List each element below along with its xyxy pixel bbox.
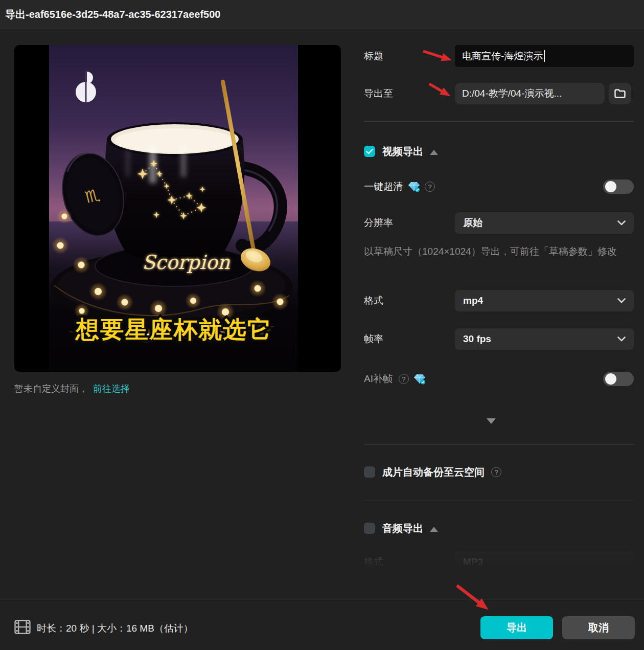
hd-label: 一键超清 bbox=[364, 180, 403, 193]
divider bbox=[364, 444, 634, 445]
title-input-value: 电商宣传-海煌演示 bbox=[462, 50, 543, 63]
ai-interpolation-label: AI补帧 bbox=[364, 372, 393, 386]
choose-cover-link[interactable]: 前往选择 bbox=[93, 384, 130, 394]
mug-brand-text: Scorpion bbox=[142, 251, 231, 274]
audio-export-label: 音频导出 bbox=[382, 522, 423, 535]
fps-dropdown[interactable]: 30 fps bbox=[455, 328, 634, 350]
divider bbox=[364, 501, 634, 501]
export-path-input[interactable]: D:/04-教学/04-演示视... bbox=[455, 83, 605, 104]
annotation-arrow-export bbox=[452, 581, 501, 618]
window-title: 导出-eaf6516e-3d25-48a7-ac35-62317aeef500 bbox=[5, 8, 220, 21]
video-export-checkbox[interactable] bbox=[364, 146, 375, 157]
chevron-down-icon bbox=[617, 220, 626, 226]
resolution-dropdown[interactable]: 原始 bbox=[455, 212, 634, 234]
title-label: 标题 bbox=[364, 50, 455, 63]
cover-note: 暂未自定义封面，前往选择 bbox=[14, 383, 130, 395]
export-info: 时长：20 秒 | 大小：16 MB（估计） bbox=[37, 622, 193, 635]
ai-help-icon[interactable]: ? bbox=[399, 374, 409, 384]
export-button[interactable]: 导出 bbox=[480, 616, 553, 639]
ai-interpolation-row: AI补帧 ? bbox=[364, 372, 634, 386]
browse-folder-button[interactable] bbox=[609, 83, 631, 104]
format-row: 格式 mp4 bbox=[364, 290, 634, 311]
text-cursor bbox=[544, 50, 545, 62]
resolution-row: 分辨率 原始 bbox=[364, 212, 634, 234]
toggle-knob bbox=[605, 373, 616, 385]
export-dialog: 导出-eaf6516e-3d25-48a7-ac35-62317aeef500 bbox=[0, 0, 644, 650]
title-input[interactable]: 电商宣传-海煌演示 bbox=[455, 45, 634, 67]
audio-export-checkbox[interactable] bbox=[364, 523, 375, 534]
footer-divider bbox=[0, 599, 644, 599]
video-preview: Scorpion ♏ bbox=[14, 45, 341, 372]
fps-value: 30 fps bbox=[463, 333, 491, 345]
toggle-knob bbox=[605, 181, 616, 192]
export-path-label: 导出至 bbox=[364, 87, 455, 100]
collapse-audio-icon[interactable] bbox=[430, 527, 438, 532]
film-icon bbox=[14, 620, 31, 634]
title-bar: 导出-eaf6516e-3d25-48a7-ac35-62317aeef500 bbox=[0, 0, 644, 29]
divider bbox=[364, 121, 634, 122]
fps-label: 帧率 bbox=[364, 332, 455, 346]
chevron-down-icon bbox=[617, 337, 626, 342]
chevron-down-icon bbox=[617, 298, 626, 303]
cloud-backup-help-icon[interactable]: ? bbox=[491, 467, 501, 477]
cloud-backup-checkbox[interactable] bbox=[364, 466, 375, 478]
title-row: 标题 电商宣传-海煌演示 bbox=[364, 45, 634, 67]
audio-export-section: 音频导出 bbox=[364, 522, 634, 534]
help-glyph: ? bbox=[428, 183, 431, 191]
format-value: mp4 bbox=[463, 295, 483, 306]
format-dropdown[interactable]: mp4 bbox=[455, 290, 634, 311]
ai-interpolation-toggle[interactable] bbox=[603, 372, 634, 386]
video-caption: 想要星座杯就选它 bbox=[75, 316, 272, 343]
hd-row: 一键超清 ? bbox=[364, 180, 634, 194]
folder-icon bbox=[614, 88, 626, 99]
help-glyph: ? bbox=[402, 375, 405, 383]
preview-image: Scorpion ♏ bbox=[49, 45, 298, 372]
chevron-expand-icon bbox=[487, 418, 496, 424]
resolution-label: 分辨率 bbox=[364, 216, 455, 230]
check-icon bbox=[366, 149, 373, 154]
resolution-hint: 以草稿尺寸（1024×1024）导出，可前往「草稿参数」修改 bbox=[364, 243, 634, 259]
export-path-value: D:/04-教学/04-演示视... bbox=[462, 87, 562, 100]
help-glyph: ? bbox=[494, 468, 498, 476]
vip-diamond-icon bbox=[413, 374, 426, 385]
hd-help-icon[interactable]: ? bbox=[425, 182, 435, 192]
video-export-label: 视频导出 bbox=[382, 145, 423, 159]
hd-toggle[interactable] bbox=[603, 180, 634, 194]
collapse-video-icon[interactable] bbox=[430, 150, 438, 155]
cancel-button[interactable]: 取消 bbox=[562, 616, 635, 639]
scroll-fade bbox=[358, 541, 644, 575]
expand-more-button[interactable] bbox=[487, 418, 496, 424]
fps-row: 帧率 30 fps bbox=[364, 328, 634, 350]
cloud-backup-row: 成片自动备份至云空间 ? bbox=[364, 466, 634, 478]
mug-interior-inner bbox=[115, 128, 235, 153]
cover-note-text: 暂未自定义封面， bbox=[14, 384, 88, 394]
format-label: 格式 bbox=[364, 294, 455, 307]
vip-diamond-icon bbox=[408, 182, 420, 192]
cloud-backup-label: 成片自动备份至云空间 bbox=[382, 465, 485, 479]
resolution-value: 原始 bbox=[463, 216, 482, 230]
export-path-row: 导出至 D:/04-教学/04-演示视... bbox=[364, 83, 634, 104]
video-export-section: 视频导出 bbox=[364, 145, 634, 158]
